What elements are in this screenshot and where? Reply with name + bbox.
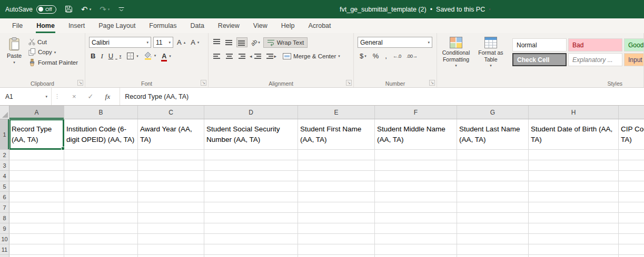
cell-h1[interactable]: Student Date of Birth (AA, TA) — [529, 119, 619, 150]
column-header-b[interactable]: B — [64, 106, 138, 119]
cell-b9[interactable] — [64, 223, 138, 234]
cell-e8[interactable] — [298, 213, 375, 223]
cell-e10[interactable] — [298, 234, 375, 244]
cell-g6[interactable] — [457, 192, 529, 202]
font-name-select[interactable]: Calibri ▾ — [89, 37, 151, 48]
decrease-indent-button[interactable]: ◂ — [249, 52, 262, 60]
shrink-font-button[interactable]: A▾ — [189, 38, 201, 47]
cell-i3[interactable] — [619, 160, 644, 171]
cell-i5[interactable] — [619, 181, 644, 192]
cell-h10[interactable] — [529, 234, 619, 244]
cell-h2[interactable] — [529, 150, 619, 160]
cell-a9[interactable] — [9, 223, 64, 234]
autosave-toggle[interactable]: Off — [36, 5, 56, 14]
tab-view[interactable]: View — [246, 18, 274, 33]
cell-e9[interactable] — [298, 223, 375, 234]
cell-i12[interactable] — [619, 255, 644, 257]
copy-button[interactable]: Copy ▾ — [27, 48, 80, 56]
tab-help[interactable]: Help — [274, 18, 302, 33]
style-bad[interactable]: Bad — [568, 38, 622, 52]
cell-a12[interactable] — [9, 255, 64, 257]
row-header-9[interactable]: 9 — [0, 223, 9, 234]
cell-i4[interactable] — [619, 171, 644, 181]
cell-g10[interactable] — [457, 234, 529, 244]
cell-a3[interactable] — [9, 160, 64, 171]
cell-a7[interactable] — [9, 202, 64, 213]
cell-d9[interactable] — [204, 223, 298, 234]
column-header-f[interactable]: F — [375, 106, 457, 119]
cancel-icon[interactable]: × — [72, 92, 76, 100]
align-right-button[interactable] — [236, 52, 246, 60]
cell-h8[interactable] — [529, 213, 619, 223]
cell-f6[interactable] — [375, 192, 457, 202]
cell-c5[interactable] — [138, 181, 204, 192]
cell-e3[interactable] — [298, 160, 375, 171]
customize-quick-access-toolbar-button[interactable] — [118, 6, 125, 13]
insert-function-icon[interactable]: fx — [105, 92, 111, 101]
cell-f1[interactable]: Student Middle Name (AA, TA) — [375, 119, 457, 150]
tab-file[interactable]: File — [5, 18, 29, 33]
cell-f12[interactable] — [375, 255, 457, 257]
cell-h12[interactable] — [529, 255, 619, 257]
cell-a4[interactable] — [9, 171, 64, 181]
format-painter-button[interactable]: Format Painter — [27, 58, 80, 67]
row-header-7[interactable]: 7 — [0, 202, 9, 213]
cell-e11[interactable] — [298, 244, 375, 255]
row-header-11[interactable]: 11 — [0, 244, 9, 255]
cell-i7[interactable] — [619, 202, 644, 213]
cut-button[interactable]: Cut — [27, 38, 80, 46]
paste-button[interactable]: Paste ▾ — [2, 35, 27, 79]
cell-d1[interactable]: Student Social Security Number (AA, TA) — [204, 119, 298, 150]
cell-i2[interactable] — [619, 150, 644, 160]
cell-e5[interactable] — [298, 181, 375, 192]
cell-g3[interactable] — [457, 160, 529, 171]
cell-d5[interactable] — [204, 181, 298, 192]
enter-icon[interactable]: ✓ — [88, 92, 94, 100]
cell-a6[interactable] — [9, 192, 64, 202]
cell-b1[interactable]: Institution Code (6- digit OPEID) (AA, T… — [64, 119, 138, 150]
alignment-dialog-launcher[interactable]: ↘ — [346, 80, 352, 86]
comma-style-button[interactable]: , — [383, 52, 389, 60]
cell-h11[interactable] — [529, 244, 619, 255]
cell-e7[interactable] — [298, 202, 375, 213]
cell-i11[interactable] — [619, 244, 644, 255]
column-header-i[interactable]: I — [619, 106, 644, 119]
number-dialog-launcher[interactable]: ↘ — [429, 80, 435, 86]
save-button[interactable] — [65, 5, 73, 13]
cell-e1[interactable]: Student First Name (AA, TA) — [298, 119, 375, 150]
cell-c10[interactable] — [138, 234, 204, 244]
cell-d2[interactable] — [204, 150, 298, 160]
conditional-formatting-button[interactable]: Conditional Formatting ▾ — [439, 35, 473, 79]
cell-g9[interactable] — [457, 223, 529, 234]
cell-h6[interactable] — [529, 192, 619, 202]
column-header-a[interactable]: A — [9, 106, 64, 119]
column-header-c[interactable]: C — [138, 106, 204, 119]
cell-f10[interactable] — [375, 234, 457, 244]
cell-e4[interactable] — [298, 171, 375, 181]
column-header-h[interactable]: H — [529, 106, 619, 119]
undo-button[interactable]: ↶ ▾ — [81, 5, 91, 13]
top-align-button[interactable] — [212, 38, 222, 47]
tab-home[interactable]: Home — [29, 18, 62, 33]
row-header-5[interactable]: 5 — [0, 181, 9, 192]
cell-a2[interactable] — [9, 150, 64, 160]
center-button[interactable] — [224, 52, 234, 60]
increase-indent-button[interactable]: ▸ — [264, 52, 278, 60]
cell-b2[interactable] — [64, 150, 138, 160]
orientation-button[interactable]: ab▾ — [250, 38, 261, 47]
row-header-3[interactable]: 3 — [0, 160, 9, 171]
cell-h9[interactable] — [529, 223, 619, 234]
cell-b6[interactable] — [64, 192, 138, 202]
cell-d11[interactable] — [204, 244, 298, 255]
cell-a5[interactable] — [9, 181, 64, 192]
cell-e2[interactable] — [298, 150, 375, 160]
fill-handle[interactable] — [61, 147, 65, 150]
cell-i6[interactable] — [619, 192, 644, 202]
cell-a11[interactable] — [9, 244, 64, 255]
cell-a1-selected[interactable]: Record Type (AA, TA) — [9, 119, 64, 150]
align-left-button[interactable] — [212, 52, 222, 60]
row-header-12[interactable]: 12 — [0, 255, 9, 257]
cell-d8[interactable] — [204, 213, 298, 223]
cell-c4[interactable] — [138, 171, 204, 181]
document-title[interactable]: fvt_ge_submittal_template (2) • Saved to… — [340, 0, 491, 18]
